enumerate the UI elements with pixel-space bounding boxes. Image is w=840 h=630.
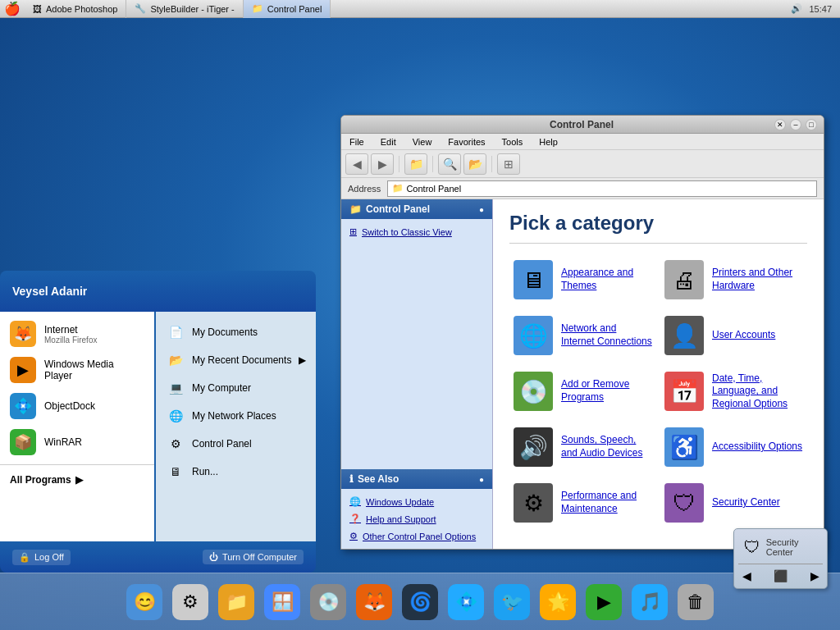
sec-next-icon[interactable]: ▶ [806,568,823,584]
all-programs-btn[interactable]: All Programs ▶ [0,469,154,491]
help-support-link[interactable]: ❓ Help and Support [341,510,492,527]
forward-button[interactable]: ▶ [371,153,394,175]
cat-datetime[interactable]: 📅 Date, Time, Language, and Regional Opt… [660,368,807,415]
app-internet[interactable]: 🦊 Internet Mozilla Firefox [0,316,154,352]
turnoff-button[interactable]: ⏻ Turn Off Computer [203,550,304,564]
dock-app2[interactable]: 🌀 [399,582,441,623]
cat-appearance[interactable]: 🖥 Appearance and Themes [509,256,656,304]
search-button[interactable]: 🔍 [438,153,461,175]
dock-app3[interactable]: 💠 [445,582,486,623]
cp-address-bar: Address 📁 Control Panel [341,178,824,199]
app-wmplayer[interactable]: ▶ Windows Media Player [0,352,154,388]
submenu-arrow: ▶ [299,354,306,366]
dock-windows[interactable]: 🪟 [262,582,303,623]
apple-menu[interactable]: 🍎 [0,0,25,18]
user-accounts-icon: 👤 [664,316,704,355]
my-network[interactable]: 🌐 My Network Places [156,402,316,430]
cat-network[interactable]: 🌐 Network and Internet Connections [509,312,656,359]
cp-menubar: File Edit View Favorites Tools Help [341,134,824,150]
datetime-icon: 📅 [664,372,704,411]
cat-performance[interactable]: ⚙ Performance and Maintenance [509,479,656,527]
disk-icon: 💿 [310,584,346,620]
folders-button[interactable]: 📂 [463,153,486,175]
back-button[interactable]: ◀ [345,153,368,175]
other-options-link[interactable]: ⚙ Other Control Panel Options [341,527,492,545]
sec-stop-icon[interactable]: ⬛ [773,568,789,584]
windows-update-link[interactable]: 🌐 Windows Update [341,493,492,510]
switch-classic-view[interactable]: ⊞ Switch to Classic View [341,223,492,240]
turnoff-icon: ⏻ [209,552,218,562]
my-computer[interactable]: 💻 My Computer [156,374,316,402]
tab-controlpanel[interactable]: 📁 Control Panel [244,0,331,18]
security-popup-footer: ◀ ⬛ ▶ [738,564,823,584]
app-winrar[interactable]: 📦 WinRAR [0,424,154,460]
window-close-btn[interactable]: ✕ [774,119,786,130]
dock-app4[interactable]: 🌟 [537,582,578,623]
stylebuilder-icon: 🔧 [135,3,146,14]
cat-security[interactable]: 🛡 Security Center [660,479,807,527]
menu-tools[interactable]: Tools [498,137,527,147]
app-objectdock[interactable]: 💠 ObjectDock [0,388,154,424]
dock-music[interactable]: 🎵 [629,582,670,623]
dock-folder[interactable]: 📁 [216,582,257,623]
dock-finder[interactable]: 😊 [124,582,165,623]
my-computer-icon: 💻 [166,378,185,398]
security-popup: 🛡 Security Center ◀ ⬛ ▶ [733,528,828,589]
network-cat-icon: 🌐 [514,316,553,355]
cat-add-remove[interactable]: 💿 Add or Remove Programs [509,368,656,415]
menu-file[interactable]: File [345,137,368,147]
menu-help[interactable]: Help [535,137,562,147]
cp-toolbar: ◀ ▶ 📁 🔍 📂 ⊞ [341,150,824,178]
sysprefs-icon: ⚙ [172,584,208,620]
up-folder-button[interactable]: 📁 [404,153,427,175]
cp-titlebar: Control Panel ✕ – □ [341,116,824,134]
address-icon: 📁 [392,183,404,194]
dock-sysprefs[interactable]: ⚙ [170,582,211,623]
cat-printers[interactable]: 🖨 Printers and Other Hardware [660,256,807,304]
my-documents[interactable]: 📄 My Documents [156,318,316,346]
app3-icon: 💠 [448,584,484,620]
dock-media[interactable]: ▶ [583,582,624,623]
controlpanel-tab-icon: 📁 [252,3,263,14]
cp-categories: 🖥 Appearance and Themes 🖨 Printers and O… [509,256,807,527]
dock-twitter[interactable]: 🐦 [491,582,532,623]
my-recent-docs[interactable]: 📂 My Recent Documents ▶ [156,346,316,374]
run-item[interactable]: 🖥 Run... [156,458,316,486]
window-min-btn[interactable]: – [790,119,801,130]
dock-disk[interactable]: 💿 [308,582,349,623]
address-input[interactable]: 📁 Control Panel [387,180,817,197]
finder-icon: 😊 [126,584,162,620]
cat-accessibility[interactable]: ♿ Accessibility Options [660,423,807,471]
control-panel-link[interactable]: ⚙ Control Panel [156,430,316,458]
address-label: Address [348,184,381,194]
help-icon: ❓ [349,514,361,524]
security-icon: 🛡 [664,483,704,523]
logoff-button[interactable]: 🔒 Log Off [12,550,71,565]
menu-view[interactable]: View [409,137,436,147]
menu-edit[interactable]: Edit [377,137,400,147]
media-icon: ▶ [586,584,622,620]
app2-icon: 🌀 [402,584,438,620]
menubar-tabs: 🖼 Adobe Photoshop 🔧 StyleBuilder - iTige… [25,0,791,18]
internet-icon: 🦊 [10,321,36,347]
cat-user-accounts[interactable]: 👤 User Accounts [660,312,807,359]
cat-sounds[interactable]: 🔊 Sounds, Speech, and Audio Devices [509,423,656,471]
classic-view-icon: ⊞ [349,226,357,237]
security-center-row[interactable]: 🛡 Security Center [738,533,823,561]
views-button[interactable]: ⊞ [497,153,520,175]
sec-prev-icon[interactable]: ◀ [738,568,755,584]
panel-icon: 📁 [349,203,362,215]
windows-icon: 🪟 [264,584,300,620]
tab-photoshop[interactable]: 🖼 Adobe Photoshop [25,0,126,18]
panel-collapse[interactable]: ● [479,205,484,214]
tab-stylebuilder[interactable]: 🔧 StyleBuilder - iTiger - [126,0,243,18]
cp-main: Pick a category 🖥 Appearance and Themes … [493,199,824,549]
see-also-collapse[interactable]: ● [479,475,484,484]
cp-body: 📁 Control Panel ● ⊞ Switch to Classic Vi… [341,199,824,549]
window-max-btn[interactable]: □ [806,119,817,130]
dock-firefox[interactable]: 🦊 [354,582,395,623]
pick-category-title: Pick a category [509,212,807,244]
start-menu-left: 🦊 Internet Mozilla Firefox ▶ Windows Med… [0,312,156,541]
menu-favorites[interactable]: Favorites [444,137,489,147]
dock-trash[interactable]: 🗑 [675,582,716,623]
